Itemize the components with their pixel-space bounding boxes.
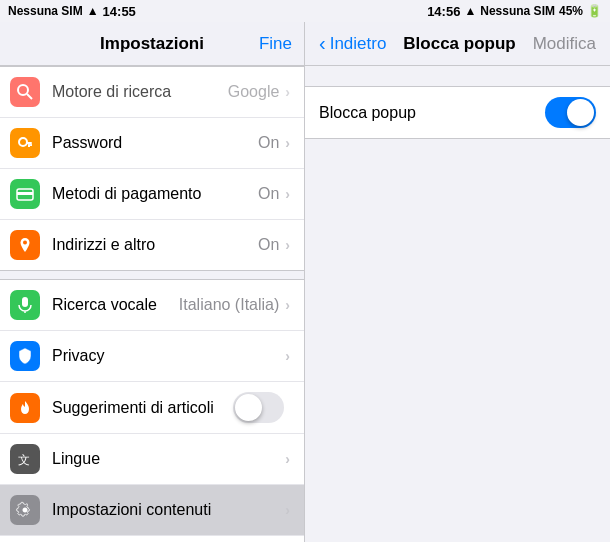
nav-bar-right: ‹ Indietro Blocca popup Modifica bbox=[305, 22, 610, 66]
status-left: Nessuna SIM ▲ 14:55 bbox=[0, 0, 305, 22]
svg-point-8 bbox=[23, 241, 27, 245]
svg-point-2 bbox=[19, 138, 27, 146]
item-value: On bbox=[258, 185, 279, 203]
gear-icon bbox=[10, 495, 40, 525]
chevron-icon: › bbox=[285, 84, 290, 100]
chevron-icon: › bbox=[285, 135, 290, 151]
item-label: Privacy bbox=[52, 347, 285, 365]
nav-done-button[interactable]: Fine bbox=[259, 34, 292, 54]
battery-label: 45% bbox=[559, 4, 583, 18]
list-item[interactable]: Larghezza di banda › bbox=[0, 535, 304, 542]
toggle-knob bbox=[235, 394, 262, 421]
status-right: 14:56 ▲ Nessuna SIM 45% 🔋 bbox=[305, 0, 610, 22]
item-label: Metodi di pagamento bbox=[52, 185, 258, 203]
item-label: Motore di ricerca bbox=[52, 83, 228, 101]
svg-point-0 bbox=[18, 85, 28, 95]
list-item[interactable]: Metodi di pagamento On › bbox=[0, 168, 304, 219]
key-icon bbox=[10, 128, 40, 158]
mic-icon bbox=[10, 290, 40, 320]
item-label: Indirizzi e altro bbox=[52, 236, 258, 254]
svg-rect-7 bbox=[17, 192, 33, 195]
toggle-knob bbox=[567, 99, 594, 126]
item-value: Google bbox=[228, 83, 280, 101]
item-label: Suggerimenti di articoli bbox=[52, 399, 233, 417]
svg-rect-3 bbox=[26, 142, 32, 144]
location-icon bbox=[10, 230, 40, 260]
back-chevron-icon: ‹ bbox=[319, 32, 326, 55]
right-sim-label: Nessuna SIM bbox=[480, 4, 555, 18]
list-item[interactable]: Privacy › bbox=[0, 330, 304, 381]
settings-section-main: Motore di ricerca Google › Password On › bbox=[0, 66, 304, 271]
list-item[interactable]: Blocca popup bbox=[305, 87, 610, 138]
card-icon bbox=[10, 179, 40, 209]
left-time: 14:55 bbox=[103, 4, 136, 19]
right-signal-icon: ▲ bbox=[464, 4, 476, 18]
svg-rect-4 bbox=[30, 144, 32, 146]
svg-line-1 bbox=[27, 94, 32, 99]
battery-icon: 🔋 bbox=[587, 4, 602, 18]
list-item[interactable]: Suggerimenti di articoli bbox=[0, 381, 304, 433]
chevron-icon: › bbox=[285, 502, 290, 518]
translate-icon: 文 bbox=[10, 444, 40, 474]
blocca-popup-toggle[interactable] bbox=[545, 97, 596, 128]
back-button[interactable]: Indietro bbox=[330, 34, 387, 54]
chevron-icon: › bbox=[285, 297, 290, 313]
left-nav-title: Impostazioni bbox=[100, 34, 204, 54]
list-item[interactable]: 文 Lingue › bbox=[0, 433, 304, 484]
left-signal-icon: ▲ bbox=[87, 4, 99, 18]
main-content: Impostazioni Fine Motore di ricerca Goog… bbox=[0, 22, 610, 542]
right-content: Blocca popup bbox=[305, 66, 610, 139]
left-sim-label: Nessuna SIM bbox=[8, 4, 83, 18]
item-value: On bbox=[258, 134, 279, 152]
suggerimenti-toggle[interactable] bbox=[233, 392, 284, 423]
chevron-icon: › bbox=[285, 186, 290, 202]
list-item[interactable]: Indirizzi e altro On › bbox=[0, 219, 304, 270]
svg-rect-9 bbox=[22, 297, 28, 307]
fire-icon bbox=[10, 393, 40, 423]
search-icon bbox=[10, 77, 40, 107]
chevron-icon: › bbox=[285, 451, 290, 467]
chevron-icon: › bbox=[285, 348, 290, 364]
blocca-popup-section: Blocca popup bbox=[305, 86, 610, 139]
right-panel: ‹ Indietro Blocca popup Modifica Blocca … bbox=[305, 22, 610, 542]
settings-section-2: Ricerca vocale Italiano (Italia) › Priva… bbox=[0, 279, 304, 542]
right-time: 14:56 bbox=[427, 4, 460, 19]
section-gap bbox=[0, 271, 304, 279]
shield-icon bbox=[10, 341, 40, 371]
settings-list: Motore di ricerca Google › Password On › bbox=[0, 66, 304, 542]
modifica-button[interactable]: Modifica bbox=[533, 34, 596, 54]
right-nav-title: Blocca popup bbox=[390, 34, 528, 54]
list-item[interactable]: Password On › bbox=[0, 117, 304, 168]
item-value: On bbox=[258, 236, 279, 254]
item-label: Impostazioni contenuti bbox=[52, 501, 285, 519]
blocca-popup-label: Blocca popup bbox=[319, 104, 545, 122]
svg-text:文: 文 bbox=[18, 453, 30, 467]
list-item[interactable]: Motore di ricerca Google › bbox=[0, 67, 304, 117]
list-item[interactable]: Ricerca vocale Italiano (Italia) › bbox=[0, 280, 304, 330]
item-label: Ricerca vocale bbox=[52, 296, 179, 314]
chevron-icon: › bbox=[285, 237, 290, 253]
svg-rect-5 bbox=[28, 144, 30, 147]
item-label: Password bbox=[52, 134, 258, 152]
left-panel: Impostazioni Fine Motore di ricerca Goog… bbox=[0, 22, 305, 542]
item-label: Lingue bbox=[52, 450, 285, 468]
list-item[interactable]: Impostazioni contenuti › bbox=[0, 484, 304, 535]
item-value: Italiano (Italia) bbox=[179, 296, 280, 314]
status-bar: Nessuna SIM ▲ 14:55 14:56 ▲ Nessuna SIM … bbox=[0, 0, 610, 22]
nav-bar-left: Impostazioni Fine bbox=[0, 22, 304, 66]
